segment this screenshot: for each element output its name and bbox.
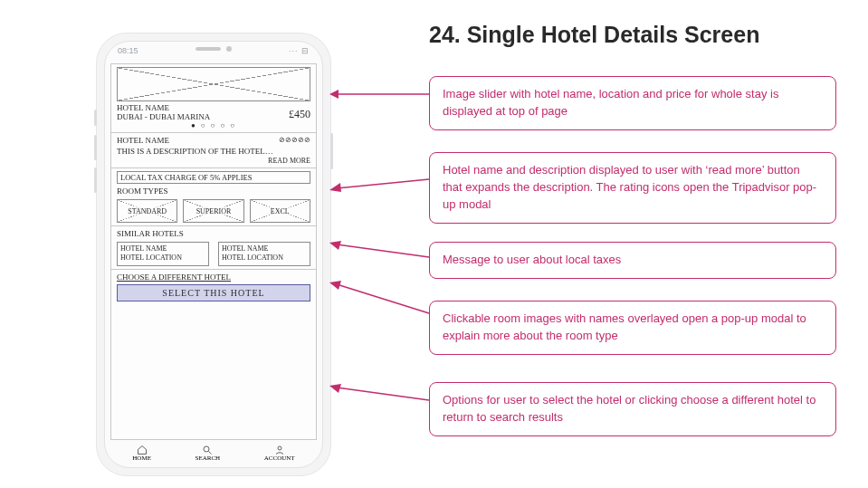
phone-mute-switch xyxy=(94,110,97,126)
status-time: 08:15 xyxy=(118,46,138,55)
similar-hotel-name: HOTEL NAME xyxy=(222,244,307,254)
phone-notch xyxy=(190,44,237,53)
similar-hotel-name: HOTEL NAME xyxy=(120,244,205,254)
svg-line-5 xyxy=(337,179,429,188)
room-type-standard[interactable]: STANDARD xyxy=(117,199,177,223)
similar-hotel-location: HOTEL LOCATION xyxy=(222,254,307,263)
section-description: ⊘⊘⊘⊘⊘ HOTEL NAME THIS IS A DESCRIPTION O… xyxy=(111,132,316,167)
slider-hotel-location: DUBAI - DUBAI MARINA xyxy=(117,112,210,121)
rating-icons[interactable]: ⊘⊘⊘⊘⊘ xyxy=(279,136,310,144)
read-more-button[interactable]: READ MORE xyxy=(117,157,310,165)
section-similar-hotels: SIMILAR HOTELS HOTEL NAME HOTEL LOCATION… xyxy=(111,225,316,269)
phone-volume-up xyxy=(94,135,97,160)
svg-line-9 xyxy=(337,284,429,313)
slider-price: £450 xyxy=(289,108,310,121)
similar-hotel-card[interactable]: HOTEL NAME HOTEL LOCATION xyxy=(117,242,209,266)
room-type-superior[interactable]: SUPERIOR xyxy=(183,199,243,223)
callout-2: Hotel name and description displayed to … xyxy=(429,152,836,224)
room-label: SUPERIOR xyxy=(196,207,233,215)
arrow-icon xyxy=(329,241,431,263)
account-icon xyxy=(273,445,286,455)
similar-hotel-card[interactable]: HOTEL NAME HOTEL LOCATION xyxy=(218,242,310,266)
slider-pagination-dots[interactable]: ● ○ ○ ○ ○ xyxy=(117,121,310,129)
room-label: EXCL xyxy=(270,207,291,215)
phone-frame: 08:15 ··· ⊟ HOTEL NAME DUBAI - DUBAI MAR… xyxy=(96,33,331,476)
svg-point-2 xyxy=(278,446,281,450)
hero-image-placeholder[interactable] xyxy=(117,67,310,101)
speaker-icon xyxy=(196,47,221,51)
desc-text: THIS IS A DESCRIPTION OF THE HOTEL… xyxy=(117,147,310,156)
select-this-hotel-button[interactable]: SELECT THIS HOTEL xyxy=(117,284,310,301)
tab-home[interactable]: HOME xyxy=(132,445,151,462)
room-types-heading: ROOM TYPES xyxy=(117,187,310,196)
similar-hotel-location: HOTEL LOCATION xyxy=(120,254,205,263)
status-indicators: ··· ⊟ xyxy=(289,46,310,55)
tax-message: LOCAL TAX CHARGE OF 5% APPLIES xyxy=(117,171,310,184)
similar-heading: SIMILAR HOTELS xyxy=(117,229,310,238)
tab-bar: HOME SEARCH ACCOUNT xyxy=(110,442,317,464)
tab-label: ACCOUNT xyxy=(264,455,295,462)
svg-line-7 xyxy=(337,244,429,257)
screen-content: HOTEL NAME DUBAI - DUBAI MARINA £450 ● ○… xyxy=(110,63,317,440)
room-type-excl[interactable]: EXCL xyxy=(250,199,310,223)
section-rooms: LOCAL TAX CHARGE OF 5% APPLIES ROOM TYPE… xyxy=(111,167,316,225)
phone-power-button xyxy=(330,133,333,169)
section-actions: CHOOSE A DIFFERENT HOTEL SELECT THIS HOT… xyxy=(111,269,316,304)
phone-screen: 08:15 ··· ⊟ HOTEL NAME DUBAI - DUBAI MAR… xyxy=(104,41,323,468)
tab-label: SEARCH xyxy=(196,455,221,462)
arrow-icon xyxy=(329,384,431,406)
section-image-slider: HOTEL NAME DUBAI - DUBAI MARINA £450 ● ○… xyxy=(111,64,316,132)
callout-3: Message to user about local taxes xyxy=(429,242,836,279)
slider-hotel-name: HOTEL NAME xyxy=(117,103,210,112)
callout-5: Options for user to select the hotel or … xyxy=(429,382,836,436)
camera-icon xyxy=(226,46,232,52)
search-icon xyxy=(201,445,214,455)
home-icon xyxy=(136,445,148,455)
svg-line-1 xyxy=(209,451,212,454)
callout-1: Image slider with hotel name, location a… xyxy=(429,76,836,130)
arrow-icon xyxy=(329,281,431,317)
tab-search[interactable]: SEARCH xyxy=(196,445,221,462)
page-title: 24. Single Hotel Details Screen xyxy=(429,22,759,48)
tab-account[interactable]: ACCOUNT xyxy=(264,445,295,462)
callout-4: Clickable room images with names overlay… xyxy=(429,301,836,355)
arrow-icon xyxy=(329,174,431,192)
choose-different-hotel-link[interactable]: CHOOSE A DIFFERENT HOTEL xyxy=(117,273,310,282)
status-bar: 08:15 ··· ⊟ xyxy=(105,42,322,62)
phone-volume-down xyxy=(94,167,97,193)
arrow-icon xyxy=(329,87,431,101)
svg-line-11 xyxy=(337,388,429,400)
svg-point-0 xyxy=(204,446,209,452)
room-label: STANDARD xyxy=(127,207,167,215)
tab-label: HOME xyxy=(132,455,151,462)
